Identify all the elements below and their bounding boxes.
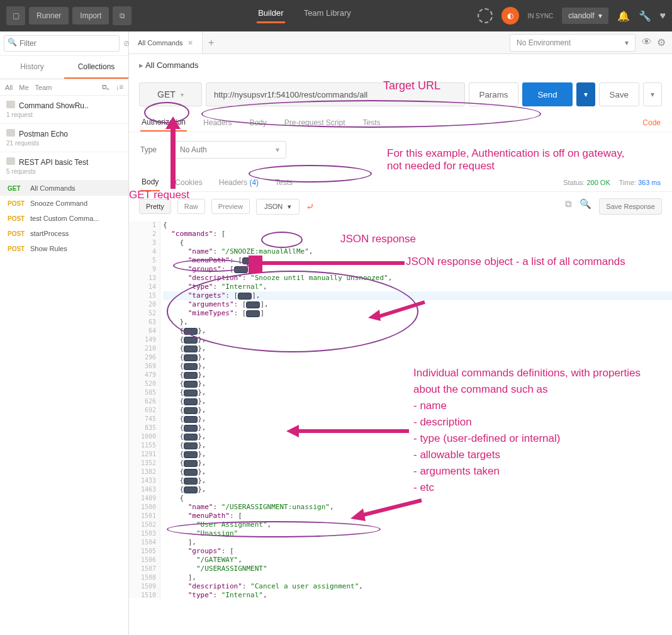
pretty-button[interactable]: Pretty xyxy=(139,199,171,214)
params-button[interactable]: Params xyxy=(469,82,519,106)
resp-tests-tab[interactable]: Tests xyxy=(274,174,294,191)
new-collection-icon[interactable]: ⧉₊ xyxy=(102,83,109,91)
resp-cookies-tab[interactable]: Cookies xyxy=(174,174,203,191)
notifications-icon[interactable]: 🔔 xyxy=(617,10,630,22)
heart-icon[interactable]: ♥ xyxy=(660,10,666,21)
breadcrumb: All Commands xyxy=(145,60,199,70)
env-quicklook-icon[interactable]: 👁 xyxy=(642,37,652,48)
user-dropdown[interactable]: clandolf▾ xyxy=(562,8,608,24)
search-icon: 🔍 xyxy=(8,38,17,47)
add-tab-button[interactable]: + xyxy=(203,37,220,48)
team-library-tab[interactable]: Team Library xyxy=(303,8,352,23)
prescript-tab[interactable]: Pre-request Script xyxy=(283,115,347,131)
tab-label: All Commands xyxy=(138,39,183,47)
filter-all[interactable]: All xyxy=(5,84,13,91)
headers-tab[interactable]: Headers xyxy=(202,115,233,131)
raw-button[interactable]: Raw xyxy=(177,199,205,214)
sidebar-request-item[interactable]: GETAll Commands xyxy=(0,181,128,196)
wrap-toggle-icon[interactable]: ⤶ xyxy=(306,201,314,213)
auth-type-label: Type xyxy=(140,145,157,154)
copy-response-icon[interactable]: ⧉ xyxy=(565,198,572,215)
sync-label: IN SYNC xyxy=(528,13,554,20)
environment-dropdown[interactable]: No Environment▾ xyxy=(510,34,636,52)
collection-item[interactable]: Command ShowRu..1 request xyxy=(0,96,128,124)
filter-team[interactable]: Team xyxy=(35,84,52,91)
resp-body-tab[interactable]: Body xyxy=(140,174,160,191)
sort-icon[interactable]: ↓≡ xyxy=(116,83,123,91)
new-tab-icon[interactable]: ⧉ xyxy=(113,6,132,25)
runner-button[interactable]: Runner xyxy=(29,7,69,25)
close-tab-icon[interactable]: × xyxy=(188,38,193,48)
format-dropdown[interactable]: JSON▾ xyxy=(256,199,300,215)
save-response-button[interactable]: Save Response xyxy=(599,198,662,215)
filter-me[interactable]: Me xyxy=(19,84,28,91)
collections-tab[interactable]: Collections xyxy=(64,56,128,79)
collection-item[interactable]: Postman Echo21 requests xyxy=(0,124,128,152)
collection-item[interactable]: REST API basic Test5 requests xyxy=(0,152,128,181)
resp-headers-tab[interactable]: Headers (4) xyxy=(218,174,260,191)
preview-button[interactable]: Preview xyxy=(211,199,250,214)
history-tab[interactable]: History xyxy=(0,56,64,79)
send-options-caret[interactable]: ▾ xyxy=(576,82,595,106)
agent-icon: ◐ xyxy=(501,7,519,25)
url-input[interactable] xyxy=(206,82,465,106)
sidebar-request-item[interactable]: POSTSnooze Command xyxy=(0,196,128,211)
save-options-caret[interactable]: ▾ xyxy=(643,82,662,106)
authorization-tab[interactable]: Authorization xyxy=(140,114,187,132)
settings-icon[interactable]: 🔧 xyxy=(639,10,651,22)
method-dropdown[interactable]: GET▾ xyxy=(139,82,202,106)
code-link[interactable]: Code xyxy=(642,118,661,127)
env-settings-icon[interactable]: ⚙ xyxy=(657,37,666,48)
sync-icon xyxy=(478,8,493,23)
auth-type-dropdown[interactable]: No Auth▾ xyxy=(173,141,286,159)
sidebar-request-item[interactable]: POSTstartProcess xyxy=(0,226,128,241)
response-code-area[interactable]: 1234591314152052636414921029636947952058… xyxy=(129,221,672,598)
sidebar-request-item[interactable]: POSTtest Custom Comma... xyxy=(0,211,128,226)
request-tab[interactable]: All Commands × xyxy=(129,31,203,53)
save-button[interactable]: Save xyxy=(599,82,639,106)
search-response-icon[interactable]: 🔍 xyxy=(580,198,591,215)
import-button[interactable]: Import xyxy=(72,7,109,25)
sidebar-request-item[interactable]: POSTShow Rules xyxy=(0,241,128,256)
builder-tab[interactable]: Builder xyxy=(257,8,284,23)
body-tab[interactable]: Body xyxy=(248,115,267,131)
tests-tab[interactable]: Tests xyxy=(361,115,381,131)
toggle-sidebar-icon[interactable]: ▢ xyxy=(6,6,25,25)
filter-input[interactable] xyxy=(4,35,120,52)
send-button[interactable]: Send xyxy=(522,82,572,106)
